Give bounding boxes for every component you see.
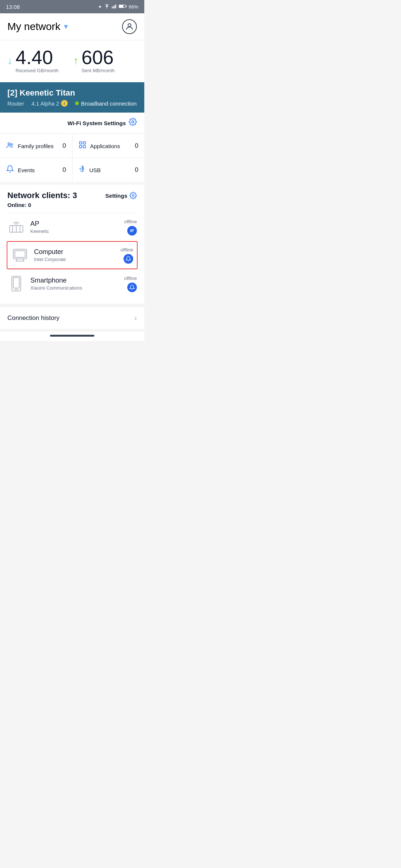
svg-rect-0 <box>112 7 113 8</box>
smartphone-client-right: offline <box>124 276 137 292</box>
svg-line-22 <box>16 259 17 261</box>
ap-client-status: offline <box>124 219 137 224</box>
router-details: Router 4.1 Alpha 2 i Broadband connectio… <box>7 100 137 107</box>
svg-rect-1 <box>113 6 114 8</box>
network-clients-title: Network clients: 3 <box>7 191 77 200</box>
status-time: 13:08 <box>6 4 20 10</box>
smartphone-client-name: Smartphone <box>30 277 119 284</box>
client-row-ap[interactable]: AP Keenetic offline IP <box>7 213 137 241</box>
smartphone-alert-icon <box>127 283 137 292</box>
svg-rect-14 <box>83 146 85 148</box>
svg-line-23 <box>23 259 24 261</box>
status-dot-icon <box>75 101 79 105</box>
smartphone-client-status: offline <box>124 276 137 281</box>
svg-rect-3 <box>117 4 117 8</box>
router-banner[interactable]: [2] Keenetic Titan Router 4.1 Alpha 2 i … <box>0 82 144 113</box>
connection-status: Broadband connection <box>75 100 137 107</box>
smartphone-client-sub: Xiaomi Communications <box>30 285 119 291</box>
connection-history-row[interactable]: Connection history › <box>0 307 144 329</box>
events-count: 0 <box>63 166 66 174</box>
events-label: Events <box>18 167 35 173</box>
received-value: 4.40 <box>16 48 58 67</box>
sent-label: Sent MB/month <box>81 68 115 73</box>
network-clients-section: Network clients: 3 Settings Online: 0 AP… <box>0 185 144 304</box>
router-name: [2] Keenetic Titan <box>7 88 137 98</box>
tile-usb[interactable]: USB 0 <box>73 158 145 182</box>
received-stat: ↓ 4.40 Received GB/month <box>7 48 58 73</box>
home-indicator <box>50 335 94 337</box>
tile-applications[interactable]: Applications 0 <box>73 134 145 158</box>
computer-client-status: offline <box>121 247 133 253</box>
computer-device-icon <box>11 246 29 264</box>
clients-settings-label: Settings <box>105 193 127 199</box>
bluetooth-icon: ✦ <box>98 4 102 10</box>
client-row-smartphone[interactable]: Smartphone Xiaomi Communications offline <box>7 269 137 298</box>
applications-icon <box>78 141 87 151</box>
svg-point-15 <box>132 195 134 197</box>
page-title: My network <box>7 21 60 33</box>
applications-label: Applications <box>90 143 120 149</box>
wifi-settings-gear-icon[interactable] <box>129 118 137 128</box>
status-icons: ✦ 66% <box>98 4 138 10</box>
clients-gear-icon <box>129 192 137 199</box>
clients-settings-button[interactable]: Settings <box>105 192 137 199</box>
bottom-bar <box>0 332 144 341</box>
applications-count: 0 <box>135 142 138 150</box>
svg-rect-21 <box>15 251 25 257</box>
svg-point-9 <box>8 143 10 145</box>
svg-rect-5 <box>119 5 124 7</box>
wifi-settings-row[interactable]: Wi-Fi System Settings <box>0 113 144 134</box>
signal-icon <box>112 4 117 10</box>
computer-client-sub: Intel Corporate <box>34 257 115 262</box>
received-label: Received GB/month <box>16 68 58 73</box>
tile-events[interactable]: Events 0 <box>0 158 72 182</box>
router-version: 4.1 Alpha 2 i <box>31 100 68 107</box>
battery-icon <box>119 4 127 10</box>
client-row-computer[interactable]: Computer Intel Corporate offline <box>7 241 138 269</box>
events-icon <box>6 165 14 175</box>
ap-client-right: offline IP <box>124 219 137 236</box>
dropdown-chevron-icon[interactable]: ▼ <box>63 23 69 31</box>
usb-icon <box>78 165 86 175</box>
svg-point-10 <box>11 144 13 146</box>
ap-client-name: AP <box>30 220 119 228</box>
svg-rect-2 <box>115 4 116 8</box>
ap-client-sub: Keenetic <box>30 228 119 234</box>
family-profiles-label: Family profiles <box>18 143 54 149</box>
computer-client-right: offline <box>121 247 133 264</box>
info-icon[interactable]: i <box>61 100 68 107</box>
sent-value: 606 <box>81 48 115 67</box>
stats-section: ↓ 4.40 Received GB/month ↑ 606 Sent MB/m… <box>0 40 144 82</box>
header: My network ▼ <box>0 13 144 40</box>
family-profiles-icon <box>6 141 14 151</box>
header-title-row[interactable]: My network ▼ <box>7 21 69 33</box>
svg-rect-13 <box>79 146 81 148</box>
svg-rect-27 <box>13 278 19 288</box>
ap-device-icon <box>7 218 25 236</box>
wifi-settings-label: Wi-Fi System Settings <box>68 120 126 126</box>
chevron-right-icon: › <box>134 314 137 322</box>
family-profiles-count: 0 <box>63 142 66 150</box>
upload-arrow-icon: ↑ <box>73 55 78 67</box>
svg-point-8 <box>132 121 134 123</box>
computer-client-name: Computer <box>34 248 115 256</box>
sent-stat: ↑ 606 Sent MB/month <box>73 48 115 73</box>
svg-rect-11 <box>79 142 81 144</box>
battery-percent: 66% <box>129 4 138 10</box>
tiles-grid: Family profiles 0 Applications 0 <box>0 134 144 182</box>
router-type: Router <box>7 100 24 107</box>
smartphone-client-info: Smartphone Xiaomi Communications <box>30 277 119 291</box>
ap-client-info: AP Keenetic <box>30 220 119 234</box>
svg-rect-6 <box>126 6 127 7</box>
connection-history-label: Connection history <box>7 314 60 322</box>
status-bar: 13:08 ✦ <box>0 0 144 13</box>
smartphone-device-icon <box>7 275 25 293</box>
tile-family-profiles[interactable]: Family profiles 0 <box>0 134 72 158</box>
wifi-icon <box>104 4 110 10</box>
online-count: Online: 0 <box>7 202 137 208</box>
svg-point-7 <box>128 24 131 27</box>
download-arrow-icon: ↓ <box>7 55 13 67</box>
avatar[interactable] <box>122 19 137 34</box>
svg-rect-12 <box>83 142 85 144</box>
clients-header: Network clients: 3 Settings <box>7 191 137 200</box>
